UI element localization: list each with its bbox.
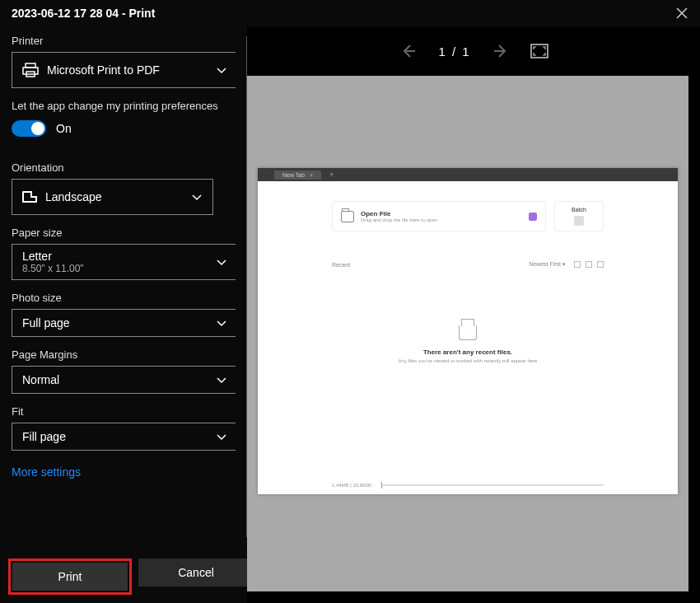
- open-file-subtitle: Drag and drop the file here to open: [361, 217, 437, 222]
- landscape-icon: [22, 191, 37, 203]
- zoom-slider: [381, 484, 604, 486]
- preview-tabbar: New Tab × +: [258, 168, 678, 181]
- fit-label: Fit: [12, 405, 236, 418]
- print-button[interactable]: Print: [12, 563, 128, 591]
- printer-select[interactable]: Microsoft Print to PDF: [12, 52, 236, 88]
- prev-page-icon[interactable]: [399, 41, 418, 61]
- inbox-icon: [459, 325, 477, 340]
- orientation-label: Orientation: [12, 161, 236, 174]
- chevron-down-icon: [216, 64, 227, 76]
- open-file-title: Open File: [361, 210, 437, 217]
- paper-size-label: Paper size: [12, 227, 236, 239]
- page-margins-select[interactable]: Normal: [12, 366, 236, 394]
- page-indicator: 1 / 1: [438, 44, 470, 58]
- open-file-badge: [529, 213, 537, 221]
- recent-label: Recent: [332, 262, 350, 268]
- paper-size-value: Letter: [22, 250, 84, 263]
- app-change-label: Let the app change my printing preferenc…: [12, 100, 236, 112]
- chevron-down-icon: [191, 191, 203, 203]
- app-change-toggle[interactable]: [12, 120, 46, 137]
- printer-icon: [22, 63, 39, 77]
- print-button-highlight: Print: [8, 559, 132, 595]
- open-file-card: Open File Drag and drop the file here to…: [332, 201, 546, 231]
- photo-size-select[interactable]: Full page: [12, 309, 236, 337]
- tab-add-icon: +: [326, 171, 337, 179]
- paper-size-select[interactable]: Letter 8.50" x 11.00": [12, 244, 236, 280]
- batch-card: Batch: [554, 201, 604, 231]
- empty-title: There aren't any recent files.: [332, 348, 604, 356]
- more-settings-link[interactable]: More settings: [12, 465, 81, 479]
- app-change-state: On: [56, 122, 72, 135]
- printer-label: Printer: [12, 35, 236, 47]
- svg-rect-1: [23, 68, 38, 74]
- fullscreen-icon[interactable]: [530, 44, 548, 58]
- batch-label: Batch: [560, 207, 598, 213]
- page-margins-value: Normal: [22, 373, 59, 386]
- recent-sort: Newest First ▾: [529, 261, 566, 268]
- chevron-down-icon: [216, 431, 227, 442]
- orientation-value: Landscape: [45, 190, 102, 203]
- batch-icon: [574, 216, 584, 226]
- orientation-select[interactable]: Landscape: [12, 179, 213, 215]
- cancel-button[interactable]: Cancel: [138, 559, 254, 587]
- printer-value: Microsoft Print to PDF: [47, 63, 160, 77]
- next-page-icon[interactable]: [491, 41, 511, 61]
- preview-page: New Tab × + Open File: [258, 168, 678, 494]
- page-margins-label: Page Margins: [12, 348, 236, 361]
- preview-tab-label: New Tab: [282, 172, 305, 178]
- paper-size-dimensions: 8.50" x 11.00": [22, 263, 84, 274]
- fit-value: Fill page: [22, 430, 66, 443]
- footer-meta: 1.44MB | 10,800B: [332, 483, 371, 488]
- preview-tab: New Tab ×: [274, 171, 321, 180]
- folder-icon: [341, 211, 354, 222]
- view-mode-icons: [574, 261, 604, 268]
- chevron-down-icon: [216, 374, 227, 386]
- preview-canvas: New Tab × + Open File: [247, 76, 688, 591]
- photo-size-value: Full page: [22, 316, 70, 330]
- empty-subtitle: Any files you've viewed or worked with r…: [332, 358, 604, 363]
- window-title: 2023-06-12 17 28 04 - Print: [12, 7, 155, 20]
- photo-size-label: Photo size: [12, 292, 236, 304]
- tab-close-icon: ×: [310, 172, 313, 178]
- fit-select[interactable]: Fill page: [12, 423, 236, 451]
- chevron-down-icon: [216, 317, 227, 329]
- close-icon[interactable]: [675, 7, 688, 20]
- chevron-down-icon: [216, 256, 227, 268]
